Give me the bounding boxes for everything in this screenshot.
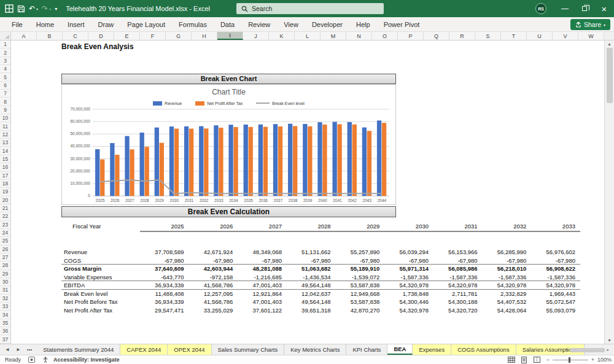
undo-icon[interactable]: ↶▾ <box>29 4 38 13</box>
table-cell[interactable]: 41,568,786 <box>189 281 238 290</box>
row-label-revenue[interactable]: Revenue <box>61 248 140 257</box>
column-header-Q[interactable]: Q <box>424 32 449 40</box>
table-cell[interactable]: 49,564,148 <box>287 298 336 306</box>
row-header-24[interactable]: 24 <box>0 229 10 237</box>
table-cell[interactable]: 29,547,471 <box>140 306 189 315</box>
table-cell[interactable]: 56,908,622 <box>531 265 580 273</box>
sheet-tab-sales-summary-charts[interactable]: Sales Summary Charts <box>212 344 285 355</box>
normal-view-icon[interactable] <box>507 357 515 363</box>
search-box[interactable]: Search <box>236 3 384 14</box>
ribbon-tab-developer[interactable]: Developer <box>305 17 349 31</box>
table-cell[interactable]: 54,407,532 <box>483 298 532 306</box>
vertical-scrollbar[interactable]: ▲ ▼ <box>604 41 614 344</box>
table-cell[interactable]: 2,711,781 <box>433 290 483 298</box>
row-header-13[interactable]: 13 <box>0 139 10 147</box>
table-cell[interactable]: -67,980 <box>483 257 532 265</box>
row-header-3[interactable]: 3 <box>0 57 10 65</box>
ribbon-tab-page-layout[interactable]: Page Layout <box>120 17 172 31</box>
row-label-gross-margin[interactable]: Gross Margin <box>61 265 140 273</box>
table-cell[interactable]: 36,934,339 <box>140 298 189 306</box>
row-header-11[interactable]: 11 <box>0 122 10 130</box>
hscroll-right-icon[interactable]: ▸ <box>607 347 609 352</box>
row-header-12[interactable]: 12 <box>0 131 10 139</box>
row-label-variable-expenses[interactable]: Variable Expenses <box>61 273 140 282</box>
save-icon[interactable] <box>17 5 25 13</box>
vertical-scroll-thumb[interactable] <box>607 48 613 103</box>
table-cell[interactable]: 49,564,148 <box>287 281 336 290</box>
year-header-2029[interactable]: 2029 <box>336 222 385 232</box>
row-header-36[interactable]: 36 <box>0 327 10 335</box>
table-cell[interactable]: 55,072,547 <box>531 298 580 306</box>
column-header-V[interactable]: V <box>553 32 578 40</box>
horizontal-scroll-thumb[interactable] <box>570 348 605 352</box>
accessibility-status[interactable]: Accessibility: Investigate <box>53 357 120 363</box>
column-header-A[interactable]: A <box>11 32 37 40</box>
table-cell[interactable]: 36,934,339 <box>140 281 189 290</box>
year-header-2028[interactable]: 2028 <box>287 222 336 232</box>
table-cell[interactable]: 12,949,668 <box>336 290 385 298</box>
ribbon-tab-view[interactable]: View <box>277 17 305 31</box>
column-header-P[interactable]: P <box>398 32 424 40</box>
prev-sheet-icon[interactable]: ◄ <box>5 347 10 352</box>
row-header-31[interactable]: 31 <box>0 286 10 294</box>
table-cell[interactable]: 37,708,589 <box>140 248 189 257</box>
row-header-28[interactable]: 28 <box>0 261 10 269</box>
row-label-net-profit-before-tax[interactable]: Net Profit Before Tax <box>61 298 140 306</box>
table-cell[interactable]: 54,320,978 <box>384 306 433 315</box>
year-header-2033[interactable]: 2033 <box>531 222 580 232</box>
table-cell[interactable]: 54,320,978 <box>384 281 433 290</box>
row-header-6[interactable]: 6 <box>0 82 10 90</box>
horizontal-scrollbar[interactable]: ◂ ▸ <box>566 347 609 352</box>
year-header-2026[interactable]: 2026 <box>189 222 238 232</box>
customize-qat-icon[interactable]: ▾ <box>55 6 57 12</box>
table-cell[interactable]: 55,257,890 <box>336 248 385 257</box>
ribbon-tab-draw[interactable]: Draw <box>91 17 121 31</box>
row-header-2[interactable]: 2 <box>0 48 10 56</box>
chart-section-header[interactable]: Break Even Chart <box>61 74 396 84</box>
table-cell[interactable]: 11,488,408 <box>140 290 189 298</box>
table-cell[interactable]: 53,587,838 <box>336 298 385 306</box>
table-cell[interactable]: 51,063,682 <box>287 265 336 273</box>
page-break-view-icon[interactable] <box>533 357 541 363</box>
row-header-7[interactable]: 7 <box>0 90 10 98</box>
sheet-tab-cogs-assumptions[interactable]: COGS Assumptions <box>451 344 516 355</box>
table-cell[interactable]: 54,320,978 <box>531 281 580 290</box>
row-header-22[interactable]: 22 <box>0 212 10 220</box>
table-cell[interactable]: 41,568,786 <box>189 298 238 306</box>
row-label-net-profit-after-tax[interactable]: Net Profit After Tax <box>61 306 140 315</box>
table-cell[interactable]: 42,671,924 <box>189 248 238 257</box>
row-header-30[interactable]: 30 <box>0 278 10 286</box>
table-cell[interactable]: 55,189,910 <box>336 265 385 273</box>
column-header-L[interactable]: L <box>295 32 321 40</box>
row-header-18[interactable]: 18 <box>0 180 10 188</box>
row-header-4[interactable]: 4 <box>0 65 10 73</box>
fiscal-year-label[interactable]: Fiscal Year <box>61 222 140 232</box>
column-header-S[interactable]: S <box>475 32 501 40</box>
row-header-21[interactable]: 21 <box>0 204 10 212</box>
zoom-level[interactable]: 100% <box>597 357 612 363</box>
table-cell[interactable]: -1,436,534 <box>287 273 336 282</box>
row-header-32[interactable]: 32 <box>0 295 10 303</box>
table-cell[interactable]: -67,980 <box>384 257 433 265</box>
ribbon-tab-power-pivot[interactable]: Power Pivot <box>377 17 427 31</box>
table-cell[interactable]: -67,980 <box>287 257 336 265</box>
restore-button[interactable] <box>575 0 594 17</box>
table-cell[interactable]: -1,587,336 <box>483 273 532 282</box>
table-cell[interactable]: 54,320,978 <box>483 281 532 290</box>
table-cell[interactable]: 54,320,720 <box>433 306 483 315</box>
accessibility-icon[interactable]: Accessibility: Investigate <box>42 357 120 363</box>
table-cell[interactable]: 56,285,990 <box>483 248 532 257</box>
table-cell[interactable]: -67,980 <box>336 257 385 265</box>
row-header-14[interactable]: 14 <box>0 147 10 155</box>
select-all-corner[interactable] <box>0 32 11 40</box>
table-cell[interactable]: -1,216,685 <box>238 273 287 282</box>
column-header-H[interactable]: H <box>192 32 217 40</box>
table-cell[interactable]: 39,651,318 <box>287 306 336 315</box>
table-cell[interactable]: 47,001,403 <box>238 298 287 306</box>
row-label-ebitda[interactable]: EBITDA <box>61 281 140 290</box>
zoom-slider[interactable] <box>553 360 588 360</box>
table-cell[interactable]: 37,601,122 <box>238 306 287 315</box>
column-header-T[interactable]: T <box>501 32 527 40</box>
table-cell[interactable]: 54,300,188 <box>433 298 483 306</box>
row-header-25[interactable]: 25 <box>0 237 10 245</box>
